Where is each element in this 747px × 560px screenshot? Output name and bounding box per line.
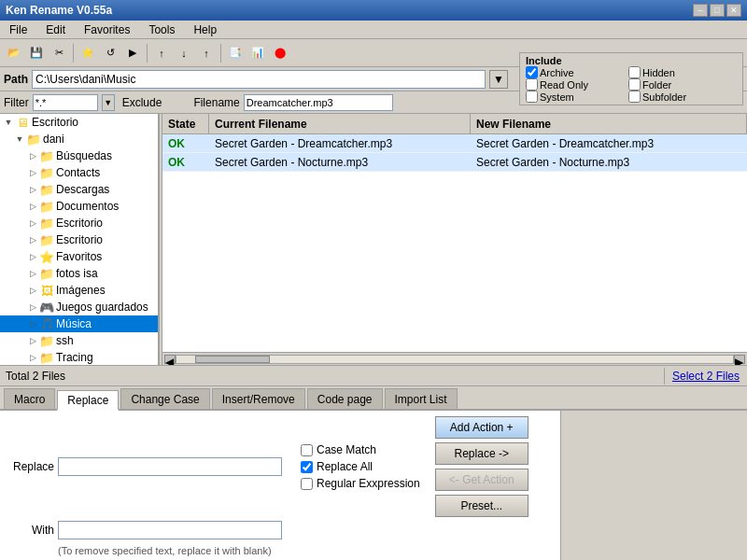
folder-icon: 📁: [39, 350, 54, 365]
tab-replace[interactable]: Replace: [57, 390, 119, 411]
scroll-left-btn[interactable]: ◀: [164, 355, 176, 364]
tree-item[interactable]: ▷ 🎮 Juegos guardados: [0, 299, 158, 315]
add-action-button[interactable]: Add Action +: [435, 416, 529, 439]
menu-tools[interactable]: Tools: [143, 22, 180, 37]
minimize-button[interactable]: –: [693, 4, 708, 17]
file-state: OK: [162, 136, 209, 151]
tree-item-label: Contacts: [56, 166, 100, 179]
expand-icon: ▷: [26, 319, 39, 329]
file-row[interactable]: OK Secret Garden - Nocturne.mp3 Secret G…: [162, 153, 747, 172]
replace-all-checkbox[interactable]: Replace All: [301, 460, 420, 473]
tree-item[interactable]: ▼ 🖥 Escritorio: [0, 114, 158, 131]
tree-item[interactable]: ▷ 📁 fotos isa: [0, 265, 158, 282]
close-button[interactable]: ✕: [726, 4, 741, 17]
toolbar-stop[interactable]: ⬤: [270, 43, 290, 63]
tree-item[interactable]: ▷ 📁 Contacts: [0, 164, 158, 181]
tree-item-label: ssh: [56, 334, 74, 347]
tree-item[interactable]: ▼ 📁 dani: [0, 131, 158, 147]
expand-icon: ▷: [26, 202, 39, 211]
tree-scroll[interactable]: ▼ 🖥 Escritorio ▼ 📁 dani ▷ 📁 Búsquedas ▷ …: [0, 114, 158, 365]
file-new-name: Secret Garden - Dreamcatcher.mp3: [471, 136, 747, 151]
filter-dropdown-button[interactable]: ▼: [102, 94, 115, 111]
replace-row: Replace Case Match Replace All Regular E…: [7, 416, 553, 517]
expand-icon: ▷: [26, 185, 39, 194]
include-readonly[interactable]: Read Only: [526, 78, 628, 91]
preset-button[interactable]: Preset...: [435, 495, 529, 517]
tab-macro[interactable]: Macro: [4, 388, 55, 409]
tab-import-list[interactable]: Import List: [385, 388, 458, 409]
replace-input[interactable]: [58, 457, 282, 476]
tab-code-page[interactable]: Code page: [307, 388, 383, 409]
replace-all-label: Replace All: [317, 460, 373, 473]
case-match-checkbox[interactable]: Case Match: [301, 443, 420, 456]
tab-change-case[interactable]: Change Case: [120, 388, 209, 409]
tree-item[interactable]: ▷ 📁 Escritorio: [0, 215, 158, 231]
tree-item-label: Escritorio: [32, 116, 78, 129]
toolbar-up2[interactable]: ↑: [196, 43, 217, 63]
toolbar-star[interactable]: ⭐: [78, 43, 98, 63]
scroll-thumb[interactable]: [195, 356, 270, 363]
menu-file[interactable]: File: [4, 22, 33, 37]
file-row[interactable]: OK Secret Garden - Dreamcatcher.mp3 Secr…: [162, 134, 747, 153]
expand-icon: ▷: [26, 353, 39, 362]
with-label: With: [7, 524, 54, 537]
include-subfolder[interactable]: Subfolder: [628, 91, 731, 103]
tree-item[interactable]: ▷ 📁 Tracing: [0, 349, 158, 365]
menu-help[interactable]: Help: [188, 22, 222, 37]
form-hint: (To remove specified text, replace it wi…: [58, 545, 553, 556]
tree-item-label: fotos isa: [56, 267, 98, 280]
toolbar-up1[interactable]: ↑: [151, 43, 172, 63]
toolbar-doc[interactable]: 📑: [225, 43, 246, 63]
toolbar-play[interactable]: ▶: [122, 43, 143, 63]
col-header-new[interactable]: New Filename: [471, 114, 747, 133]
include-folder[interactable]: Folder: [628, 78, 731, 91]
include-system[interactable]: System: [526, 91, 628, 103]
tab-insert-remove[interactable]: Insert/Remove: [212, 388, 305, 409]
toolbar-open[interactable]: 📂: [4, 43, 24, 63]
with-input[interactable]: [58, 521, 282, 539]
tree-item-musica[interactable]: ▷ 🎵 Música: [0, 315, 158, 332]
tree-item[interactable]: ▷ 📁 ssh: [0, 332, 158, 349]
tree-item[interactable]: ▷ 📁 Búsquedas: [0, 147, 158, 164]
toolbar-save[interactable]: 💾: [26, 43, 47, 63]
status-select[interactable]: Select 2 Files: [665, 368, 747, 385]
horizontal-scrollbar[interactable]: ◀ ▶: [162, 352, 747, 365]
tree-item-label: Escritorio: [56, 233, 103, 246]
include-hidden[interactable]: Hidden: [628, 66, 731, 78]
folder-icon: 📁: [26, 132, 41, 147]
toolbar-refresh[interactable]: ↺: [100, 43, 120, 63]
filename-label: Filename: [193, 96, 239, 109]
filter-input[interactable]: [33, 94, 98, 111]
folder-icon: 📁: [39, 216, 54, 231]
folder-icon: 📁: [39, 165, 54, 180]
toolbar-down[interactable]: ↓: [174, 43, 194, 63]
toolbar-cut[interactable]: ✂: [49, 43, 69, 63]
exclude-label: Exclude: [122, 96, 162, 109]
tree-item[interactable]: ▷ 📁 Descargas: [0, 181, 158, 198]
replace-button[interactable]: Replace ->: [435, 442, 529, 465]
path-go-button[interactable]: ▼: [489, 70, 508, 89]
menu-edit[interactable]: Edit: [40, 22, 71, 37]
scroll-right-btn[interactable]: ▶: [734, 355, 745, 364]
regex-checkbox[interactable]: Regular Exxpression: [301, 477, 420, 490]
folder-icon: 📁: [39, 148, 54, 163]
include-archive[interactable]: Archive: [526, 66, 628, 78]
filename-input[interactable]: [244, 94, 393, 111]
tree-item[interactable]: ▷ 📁 Escritorio: [0, 231, 158, 248]
col-header-current[interactable]: Current Filename: [209, 114, 471, 133]
tree-item[interactable]: ▷ ⭐ Favoritos: [0, 248, 158, 265]
maximize-button[interactable]: □: [710, 4, 725, 17]
toolbar-chart[interactable]: 📊: [247, 43, 268, 63]
folder-icon: ⭐: [39, 249, 54, 264]
menu-favorites[interactable]: Favorites: [78, 22, 135, 37]
get-action-button[interactable]: <- Get Action: [435, 469, 529, 491]
tree-item[interactable]: ▷ 🖼 Imágenes: [0, 282, 158, 299]
col-header-state[interactable]: State: [162, 114, 209, 133]
tree-item-label: Búsquedas: [56, 149, 112, 162]
scroll-track[interactable]: [176, 355, 734, 364]
with-row: With: [7, 521, 553, 539]
file-current-name: Secret Garden - Nocturne.mp3: [209, 155, 471, 170]
include-panel: Include Archive Hidden Read Only Folder …: [519, 52, 743, 105]
path-input[interactable]: [32, 70, 486, 89]
tree-item[interactable]: ▷ 📁 Documentos: [0, 198, 158, 215]
